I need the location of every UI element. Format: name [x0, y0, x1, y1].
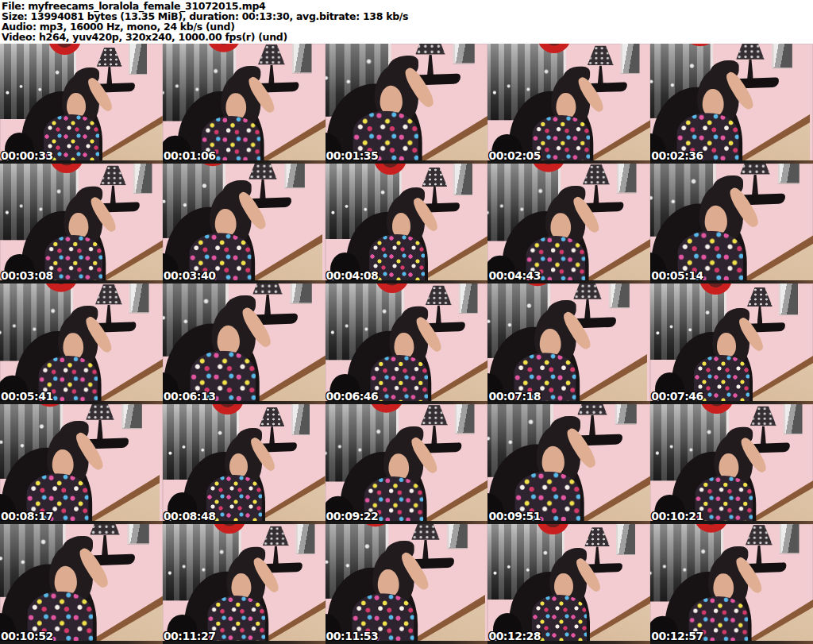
- timestamp-overlay: 00:10:21: [651, 510, 703, 523]
- wall-lamp-stem: [761, 426, 766, 445]
- wall-lamp-shade: [736, 44, 765, 60]
- video-thumbnail: 00:00:33: [0, 44, 163, 164]
- video-thumbnail: 00:12:28: [487, 524, 650, 644]
- timestamp-overlay: 00:01:06: [164, 149, 216, 162]
- small-wall-picture: [778, 164, 800, 184]
- thumbnail-scene: [326, 283, 488, 403]
- video-thumbnail: 00:05:14: [650, 164, 813, 283]
- timestamp-overlay: 00:09:51: [488, 510, 541, 523]
- video-thumbnail: 00:02:05: [487, 44, 650, 164]
- video-thumbnail: 00:12:57: [650, 524, 813, 644]
- video-thumbnail: 00:02:36: [650, 44, 813, 164]
- timestamp-overlay: 00:04:43: [488, 269, 541, 282]
- wall-lamp-shade: [100, 165, 126, 185]
- video-thumbnail: 00:01:06: [163, 44, 326, 164]
- timestamp-overlay: 00:09:22: [326, 510, 379, 523]
- small-wall-picture: [453, 44, 475, 64]
- video-thumbnail: 00:04:43: [487, 164, 650, 283]
- video-thumbnail: 00:06:13: [163, 283, 326, 403]
- small-wall-picture: [295, 524, 314, 554]
- small-wall-picture: [780, 524, 800, 554]
- wall-lamp-shade: [411, 524, 440, 540]
- video-thumbnail: 00:10:21: [650, 404, 813, 524]
- wall-lamp-stem: [589, 415, 595, 436]
- wall-lamp-stem: [756, 545, 761, 564]
- wall-lamp-shade: [260, 407, 285, 426]
- timestamp-overlay: 00:12:28: [488, 630, 541, 642]
- wall-lamp-shade: [90, 524, 119, 535]
- wall-lamp-stem: [432, 187, 437, 205]
- person-floral-top: [207, 596, 264, 644]
- wall-lamp-stem: [757, 307, 763, 325]
- timestamp-overlay: 00:04:08: [326, 269, 379, 282]
- timestamp-overlay: 00:03:40: [164, 269, 216, 282]
- thumbnail-scene: [163, 283, 326, 403]
- small-wall-picture: [129, 44, 148, 75]
- small-wall-picture: [284, 164, 305, 189]
- wall-lamp-shade: [249, 164, 277, 179]
- thumbnail-grid: 00:00:33 00:01:06: [0, 44, 813, 644]
- video-thumbnail: 00:08:48: [163, 404, 326, 524]
- small-wall-picture: [621, 44, 640, 74]
- video-thumbnail: 00:01:35: [326, 44, 488, 164]
- wall-lamp-shade: [425, 286, 451, 306]
- person-floral-top: [695, 476, 753, 524]
- wall-lamp-shade: [750, 406, 776, 426]
- wall-lamp-shade: [588, 45, 614, 65]
- wall-lamp-shade: [422, 168, 447, 187]
- wall-lamp-stem: [110, 186, 116, 205]
- wall-lamp-stem: [97, 419, 103, 439]
- wall-lamp-shade: [263, 526, 289, 546]
- video-thumbnail: 00:06:46: [326, 283, 488, 403]
- thumbnail-scene: [650, 524, 813, 644]
- header-line-video: Video: h264, yuv420p, 320x240, 1000.00 f…: [2, 32, 813, 42]
- video-thumbnail: 00:11:53: [326, 524, 488, 644]
- small-wall-picture: [127, 524, 149, 545]
- thumbnail-scene: [163, 524, 326, 644]
- wall-lamp-stem: [273, 546, 279, 565]
- timestamp-overlay: 00:01:35: [326, 149, 379, 162]
- contact-sheet: File: myfreecams_loralola_female_3107201…: [0, 0, 813, 644]
- small-wall-picture: [615, 404, 638, 425]
- wall-lamp-shade: [421, 404, 448, 425]
- wall-lamp-shade: [574, 283, 603, 299]
- thumbnail-scene: [163, 164, 322, 283]
- person-floral-top: [370, 356, 427, 404]
- wall-lamp-stem: [268, 65, 274, 84]
- video-thumbnail: 00:11:27: [163, 524, 326, 644]
- wall-lamp-stem: [106, 305, 111, 324]
- thumbnail-scene: [487, 44, 650, 164]
- video-thumbnail: 00:04:08: [326, 164, 488, 283]
- thumbnail-scene: [487, 164, 650, 283]
- timestamp-overlay: 00:02:05: [488, 149, 541, 162]
- file-info-header: File: myfreecams_loralola_female_3107201…: [0, 0, 813, 44]
- small-wall-picture: [772, 44, 792, 69]
- video-thumbnail: 00:09:51: [487, 404, 650, 524]
- timestamp-overlay: 00:02:36: [651, 149, 703, 162]
- person-floral-top: [533, 115, 590, 164]
- small-wall-picture: [446, 524, 467, 550]
- video-thumbnail: 00:07:18: [487, 283, 650, 403]
- wall-lamp-shade: [95, 284, 122, 305]
- wall-lamp-shade: [740, 164, 769, 175]
- wall-lamp-stem: [264, 295, 271, 316]
- video-thumbnail: 00:08:17: [0, 404, 163, 524]
- thumbnail-scene: [326, 524, 485, 644]
- wall-lamp-shade: [578, 404, 607, 415]
- timestamp-overlay: 00:05:14: [651, 269, 703, 282]
- small-wall-picture: [133, 164, 152, 194]
- wall-lamp-stem: [594, 185, 599, 204]
- video-thumbnail: 00:03:40: [163, 164, 326, 283]
- thumbnail-scene: [0, 524, 163, 644]
- wall-lamp-stem: [585, 299, 591, 319]
- small-wall-picture: [121, 404, 142, 430]
- wall-lamp-stem: [431, 425, 437, 444]
- wall-lamp-stem: [269, 426, 275, 445]
- thumbnail-scene: [0, 164, 163, 283]
- thumbnail-scene: [326, 164, 488, 283]
- thumbnail-scene: [650, 404, 813, 524]
- thumbnail-scene: [0, 44, 163, 164]
- small-wall-picture: [784, 404, 803, 434]
- wall-lamp-shade: [584, 527, 610, 546]
- timestamp-overlay: 00:06:46: [326, 390, 379, 403]
